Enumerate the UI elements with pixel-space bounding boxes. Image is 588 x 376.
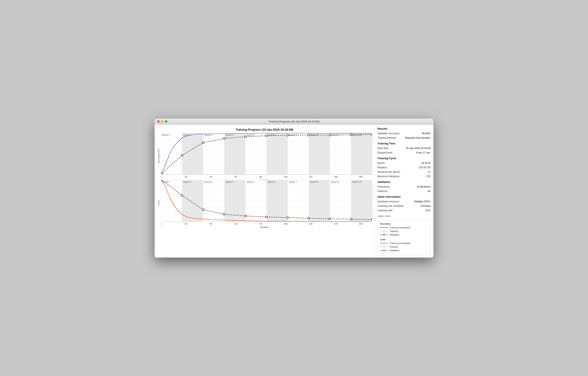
svg-text:100: 100 bbox=[284, 176, 288, 178]
svg-point-116 bbox=[371, 219, 372, 220]
accuracy-svg: 0 10 20 30 40 50 60 70 80 90 100 bbox=[161, 133, 372, 179]
iter-per-epoch-label: Iterations per epoch: bbox=[378, 170, 400, 174]
validation-accuracy-row: Validation accuracy: 96.92% bbox=[378, 132, 430, 135]
max-iter-row: Maximum iterations: 170 bbox=[378, 175, 430, 178]
titlebar-title: Training Progress (15-Jan-2018 18:43:58) bbox=[268, 120, 320, 123]
svg-point-61 bbox=[371, 134, 372, 135]
svg-point-54 bbox=[223, 137, 225, 139]
lr-schedule-value: Constant bbox=[420, 204, 430, 208]
svg-text:120: 120 bbox=[309, 176, 313, 178]
epoch-value: 10 of 10 bbox=[421, 161, 430, 165]
patience-row: Patience: Inf bbox=[378, 189, 430, 193]
svg-point-52 bbox=[181, 154, 183, 156]
legend-loss-title: Loss bbox=[380, 238, 428, 241]
loss-chart-inner: 0 1 2 3 4 5 6 0 20 40 60 80 bbox=[161, 180, 372, 226]
charts-area: Training Progress (15-Jan-2018 18:43:58)… bbox=[155, 124, 374, 258]
maximize-button[interactable] bbox=[165, 120, 167, 123]
elapsed-time-row: Elapsed time: 4 min 17 sec bbox=[378, 151, 430, 155]
svg-point-113 bbox=[308, 217, 310, 219]
validation-accuracy-value: 96.92% bbox=[422, 132, 430, 135]
loss-chart-container: Loss bbox=[157, 180, 372, 226]
legend-blue-dot-icon bbox=[380, 230, 388, 232]
lr-schedule-label: Learning rate schedule: bbox=[378, 204, 404, 208]
lr-label: Learning rate: bbox=[378, 209, 393, 212]
epoch-row: Epoch: 10 of 10 bbox=[378, 161, 430, 165]
minimize-button[interactable] bbox=[161, 120, 163, 123]
learn-more-link[interactable]: Learn more bbox=[378, 215, 390, 218]
legend-training-smoothed: Training (smoothed) bbox=[380, 226, 428, 229]
svg-text:80: 80 bbox=[259, 222, 262, 225]
svg-text:Epoch 3: Epoch 3 bbox=[204, 181, 212, 183]
legend-validation-label: Validation bbox=[389, 233, 399, 236]
max-iter-value: 170 bbox=[426, 175, 430, 178]
lr-schedule-row: Learning rate schedule: Constant bbox=[378, 204, 430, 208]
legend-training-label: Training bbox=[389, 230, 398, 232]
svg-text:Epoch 3: Epoch 3 bbox=[204, 134, 212, 136]
loss-svg: 0 1 2 3 4 5 6 0 20 40 60 80 bbox=[161, 180, 372, 226]
svg-point-110 bbox=[245, 215, 246, 217]
svg-point-55 bbox=[245, 135, 246, 137]
hardware-row: Hardware resource: Multiple CPUs bbox=[378, 200, 430, 203]
svg-text:Epoch 6: Epoch 6 bbox=[268, 181, 276, 183]
svg-point-111 bbox=[266, 216, 268, 218]
svg-text:20: 20 bbox=[185, 222, 187, 225]
svg-text:120: 120 bbox=[309, 222, 313, 225]
svg-point-122 bbox=[383, 234, 385, 235]
iteration-label: Iteration: bbox=[378, 166, 387, 169]
svg-point-106 bbox=[161, 180, 163, 181]
svg-point-56 bbox=[266, 135, 268, 137]
training-cycle-heading: Training Cycle bbox=[378, 157, 430, 160]
content-area: Training Progress (15-Jan-2018 18:43:58)… bbox=[155, 124, 433, 258]
loss-y-label: Loss bbox=[157, 180, 160, 226]
svg-point-112 bbox=[287, 217, 289, 219]
accuracy-chart-inner: 0 10 20 30 40 50 60 70 80 90 100 bbox=[161, 133, 372, 179]
training-finished-value: Reached final iteration bbox=[405, 136, 430, 140]
training-time-heading: Training Time bbox=[378, 142, 430, 145]
legend-dashed-icon bbox=[380, 233, 388, 236]
svg-point-125 bbox=[383, 246, 385, 247]
svg-point-107 bbox=[181, 195, 183, 197]
legend-loss-validation-label: Validation bbox=[389, 249, 399, 252]
other-heading: Other Information bbox=[378, 195, 430, 198]
svg-text:Epoch 5: Epoch 5 bbox=[247, 134, 254, 136]
legend-loss-training-label: Training bbox=[389, 245, 398, 248]
svg-point-59 bbox=[329, 134, 331, 136]
svg-text:100: 100 bbox=[284, 222, 288, 225]
hardware-label: Hardware resource: bbox=[378, 200, 399, 203]
legend-loss-training: Training bbox=[380, 245, 428, 248]
training-finished-label: Training finished: bbox=[378, 136, 397, 140]
legend-validation: Validation bbox=[380, 233, 428, 236]
accuracy-chart-wrapper: Accuracy (%) bbox=[157, 133, 372, 179]
start-time-value: 15-Jan-2018 18:43:58 bbox=[406, 146, 430, 150]
svg-text:60: 60 bbox=[234, 176, 237, 178]
iter-per-epoch-value: 17 bbox=[428, 170, 430, 174]
frequency-label: Frequency: bbox=[378, 185, 390, 189]
max-iter-label: Maximum iterations: bbox=[378, 175, 400, 178]
accuracy-chart-container: Accuracy (%) bbox=[157, 133, 372, 179]
epoch-label: Epoch: bbox=[378, 161, 385, 165]
svg-text:Epoch 7: Epoch 7 bbox=[289, 181, 297, 183]
iter-per-epoch-row: Iterations per epoch: 17 bbox=[378, 170, 430, 174]
legend-accuracy-title: Accuracy bbox=[380, 222, 428, 225]
frequency-value: 10 iterations bbox=[417, 185, 430, 189]
legend-loss-validation: Validation bbox=[380, 249, 428, 252]
svg-text:Epoch 5: Epoch 5 bbox=[247, 181, 254, 183]
svg-text:40: 40 bbox=[210, 222, 212, 225]
patience-value: Inf bbox=[428, 189, 430, 193]
training-finished-row: Training finished: Reached final iterati… bbox=[378, 136, 430, 140]
legend-orange-dot-icon bbox=[380, 245, 388, 248]
close-button[interactable] bbox=[157, 120, 160, 123]
svg-point-120 bbox=[383, 231, 385, 232]
svg-point-108 bbox=[202, 209, 204, 210]
elapsed-time-label: Elapsed time: bbox=[378, 151, 393, 155]
patience-label: Patience: bbox=[378, 189, 388, 193]
svg-text:20: 20 bbox=[185, 176, 187, 178]
svg-point-115 bbox=[350, 218, 352, 220]
frequency-row: Frequency: 10 iterations bbox=[378, 185, 430, 189]
results-heading: Results bbox=[378, 127, 430, 130]
svg-text:Epoch 10: Epoch 10 bbox=[352, 134, 361, 136]
svg-text:Epoch 9: Epoch 9 bbox=[331, 181, 339, 183]
svg-point-127 bbox=[383, 250, 385, 251]
svg-point-53 bbox=[202, 142, 204, 143]
titlebar: Training Progress (15-Jan-2018 18:43:58) bbox=[155, 119, 433, 124]
